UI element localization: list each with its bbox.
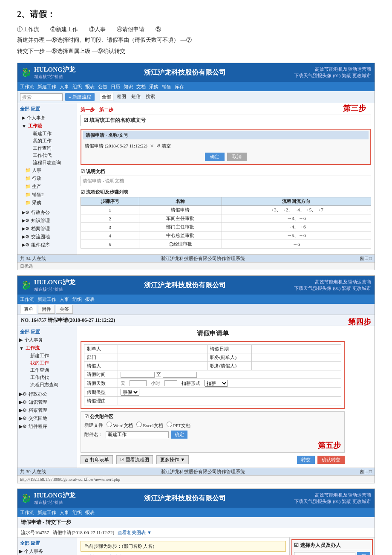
input-dept[interactable] [121, 355, 205, 360]
nav3-org[interactable]: 组织 [72, 509, 82, 516]
nav-item-org[interactable]: 组织 [72, 84, 82, 90]
nav-item-kb[interactable]: 知识 [124, 84, 133, 90]
search-input-1[interactable] [20, 93, 63, 101]
nav2-hr[interactable]: 人事 [60, 296, 69, 303]
val-reason[interactable] [118, 397, 341, 405]
confirm-btn-1[interactable]: 确定 [205, 153, 225, 161]
input-leaver[interactable] [121, 364, 205, 369]
sidebar-item-sub2[interactable]: 📁 行政 [23, 174, 74, 182]
tab-all[interactable]: 全部 [100, 93, 113, 101]
nav-item-report[interactable]: 报表 [85, 84, 95, 90]
sidebar2-item-personal[interactable]: ▶ 个人事务 [17, 336, 77, 344]
sidebar2-new-work[interactable]: 新建工作 [24, 352, 77, 359]
sidebar-item-sub3[interactable]: 📁 生产 [23, 182, 74, 191]
name-form-delete[interactable]: ✕ [150, 143, 154, 149]
nav-item-hr[interactable]: 人事 [60, 84, 69, 90]
nav-item-doc[interactable]: 文档 [136, 84, 146, 90]
tab-form[interactable]: 表单 [20, 305, 37, 314]
sidebar-item-log[interactable]: 流程日志查询 [27, 159, 74, 166]
input-pos-sub[interactable] [254, 355, 338, 360]
sidebar2-my-work[interactable]: 我的工作 [24, 359, 77, 367]
nav2-workflow[interactable]: 工作流 [20, 296, 34, 303]
sidebar-item-sub4[interactable]: 📁 销售2 [23, 191, 74, 199]
sidebar-item-sub1[interactable]: 📁 人事 [23, 166, 74, 174]
radio-word-input[interactable] [107, 422, 112, 427]
sidebar-item-work-sub[interactable]: 工作代代 [27, 152, 74, 159]
nav-item-cal[interactable]: 日历 [111, 84, 120, 90]
input-maker[interactable] [121, 347, 205, 352]
sidebar2-knowledge[interactable]: ▶ ⚙ 知识管理 [17, 398, 77, 406]
sidebar-item-sub5[interactable]: 📁 采购 [23, 199, 74, 207]
input-start-time[interactable] [121, 372, 155, 378]
nav3-report[interactable]: 报表 [85, 509, 95, 516]
nav-item-inventory[interactable]: 库存 [175, 84, 184, 90]
sidebar-item-work-query[interactable]: 工作查询 [27, 145, 74, 152]
select-deduct[interactable]: 扣薪 不扣薪 [205, 380, 228, 387]
nav-item-workflow[interactable]: 工作流 [20, 84, 34, 90]
rp-search-btn[interactable]: 搜索 [357, 552, 370, 555]
print-btn[interactable]: 🖨 打印表单 [81, 455, 113, 464]
sidebar2-log[interactable]: 流程日志查询 [24, 381, 77, 388]
sidebar2-work-sub[interactable]: 工作代代 [24, 374, 77, 381]
radio-ppt-input[interactable] [167, 422, 172, 427]
sidebar2-archive[interactable]: ▶ ⚙ 档案管理 [17, 406, 77, 414]
radio-word[interactable]: Word文档 [107, 422, 133, 429]
val-leaver[interactable] [118, 362, 208, 370]
nav3-hr[interactable]: 人事 [60, 509, 69, 516]
sidebar2-work-query[interactable]: 工作查询 [24, 367, 77, 374]
nav3-workflow[interactable]: 工作流 [20, 509, 34, 516]
sidebar2-item-workflow[interactable]: ▼ 工作流 [17, 344, 77, 352]
tab-search[interactable]: 搜索 [144, 93, 157, 101]
select-leave-type[interactable]: 事假 年假 病假 [121, 389, 139, 396]
tab-sms[interactable]: 短信 [130, 93, 142, 101]
input-hours[interactable] [164, 380, 177, 386]
input-days[interactable] [130, 380, 147, 386]
input-reason[interactable] [121, 399, 338, 404]
sidebar2-admin-office[interactable]: ▶ ⚙ 行政办公 [17, 390, 77, 398]
radio-excel[interactable]: Excel文档 [136, 422, 163, 429]
nav-item-purchase[interactable]: 采购 [149, 84, 159, 90]
confirm-transfer-btn-2[interactable]: 确认转交 [317, 456, 345, 464]
input-end-time[interactable] [163, 372, 197, 378]
sidebar-item-component[interactable]: ▶ ⚙ 组件程序 [20, 241, 74, 249]
input-leave-date[interactable] [254, 347, 338, 352]
sidebar-item-forum[interactable]: ▶ ⚙ 交流园地 [20, 233, 74, 241]
sidebar2-forum[interactable]: ▶ ⚙ 交流园地 [17, 414, 77, 422]
val-leave-type[interactable]: 事假 年假 病假 [118, 388, 341, 397]
attach-confirm-btn[interactable]: 确定 [171, 431, 187, 439]
name-form-clear[interactable]: ↺ 清空 [156, 143, 171, 149]
sidebar-item-new-work[interactable]: 新建工作 [27, 130, 74, 137]
nav2-org[interactable]: 组织 [72, 296, 82, 303]
radio-ppt[interactable]: PPT文档 [167, 422, 191, 429]
val-leave-time[interactable]: 至 [118, 370, 341, 379]
nav-item-sales[interactable]: 销售 [162, 84, 171, 90]
attach-name-input[interactable] [106, 431, 169, 438]
tab-countersign[interactable]: 会签 [56, 305, 73, 314]
nav-item-new[interactable]: 新建工作 [37, 84, 56, 90]
nav2-report[interactable]: 报表 [85, 296, 95, 303]
sidebar-item-my-work[interactable]: 我的工作 [27, 137, 74, 145]
radio-excel-input[interactable] [136, 422, 142, 427]
tab-attach[interactable]: 附件 [38, 305, 55, 314]
view-link-3[interactable]: 查看相关图表 ▼ [118, 529, 152, 536]
val-maker[interactable] [118, 345, 208, 353]
nav3-new[interactable]: 新建工作 [37, 509, 56, 516]
sidebar-item-admin-office[interactable]: ▶ ⚙ 行政办公 [20, 208, 74, 217]
val-pos-sub[interactable] [252, 353, 341, 362]
val-dept[interactable] [118, 353, 208, 362]
sidebar-item-workflow[interactable]: ▼ 工作流 [20, 122, 74, 130]
submit-btn-2[interactable]: 转交 [297, 456, 315, 464]
sidebar-item-archive[interactable]: ▶ ⚙ 档案管理 [20, 225, 74, 233]
sidebar3-item-personal[interactable]: ▶ 个人事务 [17, 547, 77, 555]
rp-search-input[interactable] [294, 552, 355, 555]
more-ops-btn[interactable]: 更多操作 ▼ [156, 455, 189, 464]
new-flow-btn[interactable]: + 新建流程 [65, 93, 95, 101]
sidebar-item-knowledge[interactable]: ▶ ⚙ 知识管理 [20, 217, 74, 225]
val-leave-date[interactable] [252, 345, 341, 353]
input-pos-leaver[interactable] [254, 364, 338, 369]
cancel-btn-1[interactable]: 取消 [227, 153, 247, 161]
flow-chart-btn[interactable]: ☑ 重看流程图 [116, 455, 153, 464]
nav-item-notice[interactable]: 公告 [98, 84, 107, 90]
sidebar2-component[interactable]: ▶ ⚙ 组件程序 [17, 422, 77, 431]
val-pos-leaver[interactable] [252, 362, 341, 370]
